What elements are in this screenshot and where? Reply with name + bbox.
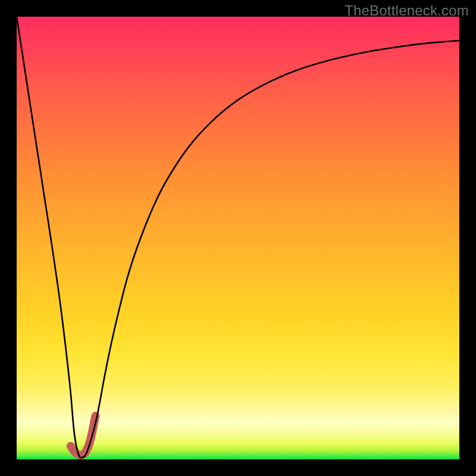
chart-frame: TheBottleneck.com <box>0 0 476 476</box>
bottleneck-curve <box>17 17 459 458</box>
watermark-text: TheBottleneck.com <box>345 2 469 19</box>
chart-svg <box>17 17 459 459</box>
plot-area <box>17 17 459 459</box>
